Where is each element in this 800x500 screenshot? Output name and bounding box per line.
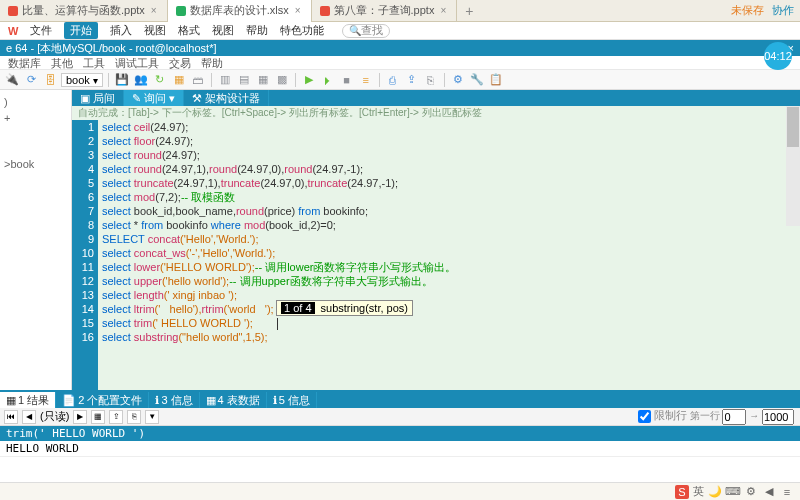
menu-start[interactable]: 开始 — [64, 22, 98, 39]
unsync-label[interactable]: 未保存 — [731, 3, 764, 18]
tooltip-signature: substring(str, pos) — [321, 302, 408, 314]
tool3-icon[interactable]: 📋 — [488, 72, 504, 88]
autocomplete-tooltip[interactable]: 1 of 4 substring(str, pos) — [276, 300, 413, 316]
sidebar-item[interactable]: ) — [4, 94, 67, 110]
import-icon[interactable]: ⇪ — [404, 72, 420, 88]
code-editor[interactable]: 12345678910111213141516 select ceil(24.9… — [72, 120, 800, 390]
moon-icon[interactable]: 🌙 — [708, 485, 722, 499]
code-content[interactable]: select ceil(24.97);select floor(24.97);s… — [98, 120, 800, 390]
limit-from[interactable] — [722, 409, 746, 425]
menu-tools[interactable]: 工具 — [83, 56, 105, 69]
status-bar: S 英 🌙 ⌨ ⚙ ◀ ≡ — [0, 482, 800, 500]
grid-icon[interactable]: ▦ — [255, 72, 271, 88]
browser-tab[interactable]: 第八章：子查询.pptx× — [312, 0, 458, 22]
stop-icon[interactable]: ■ — [339, 72, 355, 88]
db-selector[interactable]: book ▾ — [61, 73, 103, 87]
limit-to[interactable] — [762, 409, 794, 425]
result-grid[interactable]: trim(' HELLO WORLD ') HELLO WORLD — [0, 426, 800, 457]
close-icon[interactable]: × — [149, 5, 159, 16]
menu-view[interactable]: 视图 — [144, 23, 166, 38]
result-row[interactable]: HELLO WORLD — [0, 441, 800, 457]
back-icon[interactable]: ◀ — [762, 485, 776, 499]
collab-label[interactable]: 协作 — [772, 3, 794, 18]
close-icon[interactable]: × — [438, 5, 448, 16]
separator — [211, 73, 212, 87]
copy-icon[interactable]: ⎘ — [127, 410, 141, 424]
limit-checkbox[interactable] — [638, 410, 651, 423]
users-icon[interactable]: 👥 — [133, 72, 149, 88]
menu-format[interactable]: 格式 — [178, 23, 200, 38]
menu-view2[interactable]: 视图 — [212, 23, 234, 38]
copy-icon[interactable]: ⎘ — [423, 72, 439, 88]
sidebar-item[interactable]: + — [4, 110, 67, 126]
result-tab[interactable]: ▦ 1 结果 — [0, 392, 56, 408]
editor-tab[interactable]: ▣ 局间 — [72, 90, 124, 106]
export-icon[interactable]: ⇪ — [109, 410, 123, 424]
sync-status: 未保存 协作 — [731, 3, 794, 18]
result-tab[interactable]: ℹ 5 信息 — [267, 392, 317, 408]
readonly-label: (只读) — [40, 409, 69, 424]
next-icon[interactable]: ▶ — [73, 410, 87, 424]
search-box[interactable]: 🔍 查找 — [342, 24, 390, 38]
menu-special[interactable]: 特色功能 — [280, 23, 324, 38]
result-tab[interactable]: ℹ 3 信息 — [149, 392, 199, 408]
wps-logo[interactable]: W — [8, 25, 18, 37]
keyboard-icon[interactable]: ⌨ — [726, 485, 740, 499]
export-icon[interactable]: ⎙ — [385, 72, 401, 88]
browser-tab[interactable]: 比量、运算符与函数.pptx× — [0, 0, 168, 22]
filter-icon[interactable]: ▼ — [145, 410, 159, 424]
new-conn-icon[interactable]: 🔌 — [4, 72, 20, 88]
tab-label: 1 结果 — [18, 393, 49, 408]
ime-label[interactable]: 英 — [693, 484, 704, 499]
tab-label: 数据库表的设计.xlsx — [190, 3, 289, 18]
save-icon[interactable]: 💾 — [114, 72, 130, 88]
search-placeholder: 查找 — [361, 23, 383, 38]
format-icon[interactable]: ≡ — [358, 72, 374, 88]
browser-tab[interactable]: 数据库表的设计.xlsx× — [168, 0, 312, 22]
settings-icon[interactable]: ⚙ — [744, 485, 758, 499]
dropdown-icon[interactable]: ▾ — [169, 92, 175, 105]
menu-help[interactable]: 帮助 — [246, 23, 268, 38]
timer-badge[interactable]: 04:12 — [764, 42, 792, 70]
tool1-icon[interactable]: ⚙ — [450, 72, 466, 88]
editor-tab-query[interactable]: ✎ 询问 ▾ — [124, 90, 184, 106]
prev-icon[interactable]: ◀ — [22, 410, 36, 424]
db-icon[interactable]: 🗄 — [42, 72, 58, 88]
line-gutter: 12345678910111213141516 — [72, 120, 98, 390]
row-icon[interactable]: ▤ — [236, 72, 252, 88]
grid-icon[interactable]: ▦ — [91, 410, 105, 424]
sql-toolbar: 🔌 ⟳ 🗄 book ▾ 💾 👥 ↻ ▦ 🗃 ▥ ▤ ▦ ▩ ▶ ⏵ ■ ≡ ⎙… — [0, 70, 800, 90]
menu-debug[interactable]: 调试工具 — [115, 56, 159, 69]
menu-icon[interactable]: ≡ — [780, 485, 794, 499]
refresh2-icon[interactable]: ↻ — [152, 72, 168, 88]
table-icon[interactable]: ▦ — [171, 72, 187, 88]
menu-db[interactable]: 数据库 — [8, 56, 41, 69]
run2-icon[interactable]: ⏵ — [320, 72, 336, 88]
menu-other[interactable]: 其他 — [51, 56, 73, 69]
limit-rows: 限制行 第一行 → — [638, 408, 794, 424]
result-tab[interactable]: 📄 2 个配置文件 — [56, 392, 149, 408]
refresh-icon[interactable]: ⟳ — [23, 72, 39, 88]
menu-file[interactable]: 文件 — [30, 23, 52, 38]
tab-label: 3 信息 — [161, 393, 192, 408]
ime-icon[interactable]: S — [675, 485, 689, 499]
tool2-icon[interactable]: 🔧 — [469, 72, 485, 88]
result-tab[interactable]: ▦ 4 表数据 — [200, 392, 267, 408]
close-icon[interactable]: × — [293, 5, 303, 16]
column-header[interactable]: trim(' HELLO WORLD ') — [0, 426, 800, 441]
menu-insert[interactable]: 插入 — [110, 23, 132, 38]
add-tab-button[interactable]: + — [457, 3, 481, 19]
menu-help2[interactable]: 帮助 — [201, 56, 223, 69]
scrollbar[interactable] — [786, 106, 800, 226]
run-icon[interactable]: ▶ — [301, 72, 317, 88]
db2-icon[interactable]: 🗃 — [190, 72, 206, 88]
col-icon[interactable]: ▥ — [217, 72, 233, 88]
window-title-bar: e 64 - [本地MySQL/book - root@localhost*] … — [0, 40, 800, 56]
scroll-thumb[interactable] — [787, 107, 799, 147]
editor-tab-schema[interactable]: ⚒ 架构设计器 — [184, 90, 269, 106]
sidebar-db-book[interactable]: >book — [4, 156, 67, 172]
separator — [379, 73, 380, 87]
menu-trans[interactable]: 交易 — [169, 56, 191, 69]
first-icon[interactable]: ⏮ — [4, 410, 18, 424]
grid2-icon[interactable]: ▩ — [274, 72, 290, 88]
